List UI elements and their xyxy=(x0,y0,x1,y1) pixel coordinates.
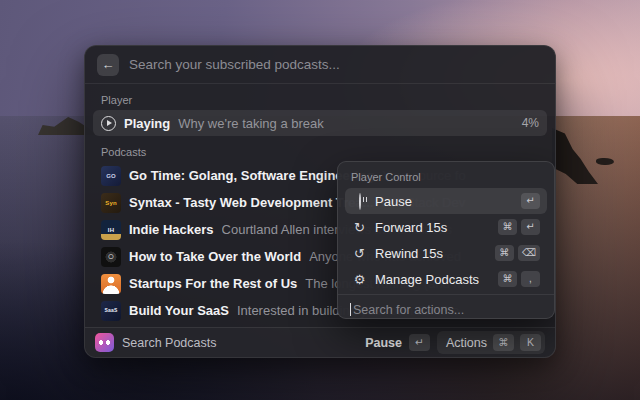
action-item-label: Manage Podcasts xyxy=(375,272,490,287)
text-caret xyxy=(350,303,351,316)
forward-icon: ↻ xyxy=(352,221,367,234)
search-input[interactable]: Search your subscribed podcasts... xyxy=(129,57,340,72)
podcast-art-label: SaaS xyxy=(104,308,117,313)
podcast-art: ○ xyxy=(101,247,121,267)
action-panel-title: Player Control xyxy=(351,171,541,183)
player-row-playing[interactable]: Playing Why we're taking a break 4% xyxy=(93,110,547,136)
section-label-player: Player xyxy=(101,94,539,106)
action-item-shortcut: ⌘⌫ xyxy=(495,245,540,261)
play-circle-icon xyxy=(101,116,116,131)
return-key-badge: ↵ xyxy=(409,334,430,351)
shortcut-key-badge: ↵ xyxy=(521,193,540,209)
cmd-key-badge: ⌘ xyxy=(493,334,514,351)
rewind-icon: ↺ xyxy=(352,247,367,260)
action-item[interactable]: ↻ Forward 15s ⌘↵ xyxy=(345,214,547,240)
back-arrow-icon: ← xyxy=(102,58,115,71)
player-row-subtitle: Why we're taking a break xyxy=(178,116,513,131)
player-row-title: Playing xyxy=(124,116,170,131)
podcast-art xyxy=(101,274,121,294)
podcast-title: Startups For the Rest of Us xyxy=(129,276,297,291)
extension-logo-icon xyxy=(95,333,114,352)
back-button[interactable]: ← xyxy=(97,54,119,76)
action-item[interactable]: ⚙ Manage Podcasts ⌘, xyxy=(345,266,547,292)
podcast-title: Indie Hackers xyxy=(129,222,214,237)
shortcut-key-badge: ⌫ xyxy=(518,245,540,261)
status-bar: Search Podcasts Pause ↵ Actions ⌘ K xyxy=(85,327,555,357)
podcast-art-label: GO xyxy=(106,173,116,179)
action-item[interactable]: ↺ Rewind 15s ⌘⌫ xyxy=(345,240,547,266)
podcast-art: IH xyxy=(101,220,121,240)
shortcut-key-badge: , xyxy=(521,271,540,287)
shortcut-key-badge: ↵ xyxy=(521,219,540,235)
shortcut-key-badge: ⌘ xyxy=(495,245,514,261)
action-item-shortcut: ↵ xyxy=(521,193,540,209)
podcast-art-label: ○ xyxy=(108,251,115,262)
action-item-shortcut: ⌘↵ xyxy=(498,219,540,235)
podcast-art: Syn xyxy=(101,193,121,213)
action-search-placeholder: Search for actions... xyxy=(352,303,464,317)
k-key-badge: K xyxy=(520,334,541,351)
launcher-window: ← Search your subscribed podcasts... Pla… xyxy=(84,45,556,358)
action-panel: Player Control Pause ↵ ↻ Forward 15s ⌘↵ … xyxy=(337,161,555,319)
action-item[interactable]: Pause ↵ xyxy=(345,188,547,214)
podcast-art: GO xyxy=(101,166,121,186)
podcast-art: SaaS xyxy=(101,301,121,321)
action-item-label: Pause xyxy=(375,194,513,209)
shortcut-key-badge: ⌘ xyxy=(498,219,517,235)
section-label-podcasts: Podcasts xyxy=(101,146,539,158)
primary-action-label[interactable]: Pause xyxy=(365,336,402,350)
actions-button[interactable]: Actions ⌘ K xyxy=(437,331,545,354)
shortcut-key-badge: ⌘ xyxy=(498,271,517,287)
action-item-shortcut: ⌘, xyxy=(498,271,540,287)
player-progress: 4% xyxy=(522,116,539,130)
podcast-title: How to Take Over the World xyxy=(129,249,301,264)
action-item-label: Forward 15s xyxy=(375,220,490,235)
search-bar[interactable]: ← Search your subscribed podcasts... xyxy=(85,46,555,84)
podcast-art-label: Syn xyxy=(105,200,117,206)
actions-label: Actions xyxy=(446,336,487,350)
action-search-input[interactable]: Search for actions... xyxy=(338,294,554,319)
action-list: Pause ↵ ↻ Forward 15s ⌘↵ ↺ Rewind 15s ⌘⌫… xyxy=(345,188,547,292)
action-item-label: Rewind 15s xyxy=(375,246,487,261)
podcast-art-label: IH xyxy=(108,227,114,233)
podcast-title: Build Your SaaS xyxy=(129,303,229,318)
extension-name: Search Podcasts xyxy=(122,336,217,350)
pause-circle-icon xyxy=(352,195,367,208)
gear-icon: ⚙ xyxy=(352,273,367,286)
wallpaper-rock-small xyxy=(596,158,614,165)
